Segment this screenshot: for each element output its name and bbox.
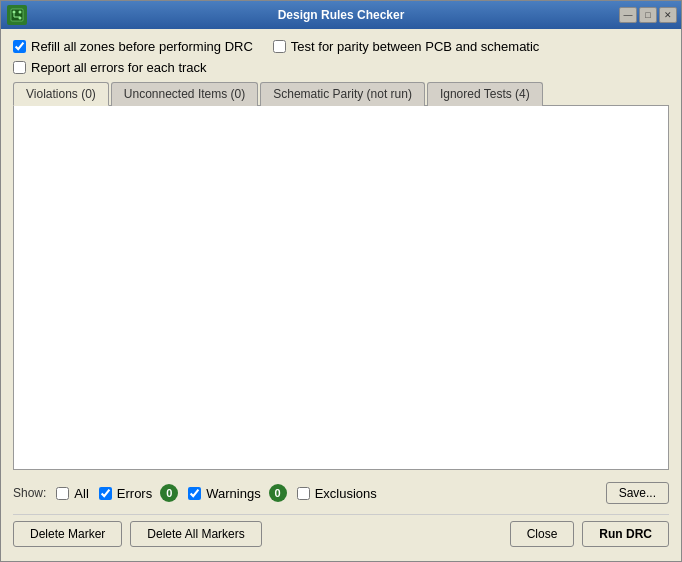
tab-unconnected[interactable]: Unconnected Items (0) <box>111 82 258 106</box>
close-button[interactable]: ✕ <box>659 7 677 23</box>
test-parity-option[interactable]: Test for parity between PCB and schemati… <box>273 39 540 54</box>
test-parity-label: Test for parity between PCB and schemati… <box>291 39 540 54</box>
svg-point-5 <box>19 17 22 20</box>
window-controls: — □ ✕ <box>619 7 677 23</box>
close-button[interactable]: Close <box>510 521 575 547</box>
svg-rect-0 <box>11 9 23 21</box>
tab-violations[interactable]: Violations (0) <box>13 82 109 106</box>
show-label: Show: <box>13 486 46 500</box>
tab-bar: Violations (0) Unconnected Items (0) Sch… <box>13 81 669 106</box>
report-errors-checkbox[interactable] <box>13 61 26 74</box>
errors-option[interactable]: Errors 0 <box>99 484 178 502</box>
app-icon <box>7 5 27 25</box>
report-errors-label: Report all errors for each track <box>31 60 207 75</box>
tab-schematic[interactable]: Schematic Parity (not run) <box>260 82 425 106</box>
tab-ignored[interactable]: Ignored Tests (4) <box>427 82 543 106</box>
svg-point-2 <box>19 11 22 14</box>
titlebar: Design Rules Checker — □ ✕ <box>1 1 681 29</box>
all-label: All <box>74 486 88 501</box>
refill-zones-label: Refill all zones before performing DRC <box>31 39 253 54</box>
errors-badge: 0 <box>160 484 178 502</box>
main-window: Design Rules Checker — □ ✕ Refill all zo… <box>0 0 682 562</box>
warnings-badge: 0 <box>269 484 287 502</box>
button-row: Delete Marker Delete All Markers Close R… <box>13 514 669 551</box>
errors-checkbox[interactable] <box>99 487 112 500</box>
show-bar: Show: All Errors 0 Warnings 0 <box>13 476 669 508</box>
run-drc-button[interactable]: Run DRC <box>582 521 669 547</box>
save-button[interactable]: Save... <box>606 482 669 504</box>
delete-all-markers-button[interactable]: Delete All Markers <box>130 521 261 547</box>
all-checkbox[interactable] <box>56 487 69 500</box>
warnings-checkbox[interactable] <box>188 487 201 500</box>
refill-zones-checkbox[interactable] <box>13 40 26 53</box>
tabs-container: Violations (0) Unconnected Items (0) Sch… <box>13 81 669 470</box>
warnings-option[interactable]: Warnings 0 <box>188 484 286 502</box>
minimize-button[interactable]: — <box>619 7 637 23</box>
refill-zones-option[interactable]: Refill all zones before performing DRC <box>13 39 253 54</box>
svg-point-1 <box>13 11 16 14</box>
delete-marker-button[interactable]: Delete Marker <box>13 521 122 547</box>
warnings-label: Warnings <box>206 486 260 501</box>
exclusions-label: Exclusions <box>315 486 377 501</box>
window-title: Design Rules Checker <box>278 8 405 22</box>
all-option[interactable]: All <box>56 486 88 501</box>
exclusions-option[interactable]: Exclusions <box>297 486 377 501</box>
options-row-2: Report all errors for each track <box>13 60 669 75</box>
show-options: All Errors 0 Warnings 0 Exclusions <box>56 484 595 502</box>
right-buttons: Close Run DRC <box>510 521 669 547</box>
options-row-1: Refill all zones before performing DRC T… <box>13 39 669 54</box>
tab-content-area <box>13 106 669 470</box>
test-parity-checkbox[interactable] <box>273 40 286 53</box>
content-area: Refill all zones before performing DRC T… <box>1 29 681 561</box>
maximize-button[interactable]: □ <box>639 7 657 23</box>
errors-label: Errors <box>117 486 152 501</box>
report-errors-option[interactable]: Report all errors for each track <box>13 60 207 75</box>
exclusions-checkbox[interactable] <box>297 487 310 500</box>
